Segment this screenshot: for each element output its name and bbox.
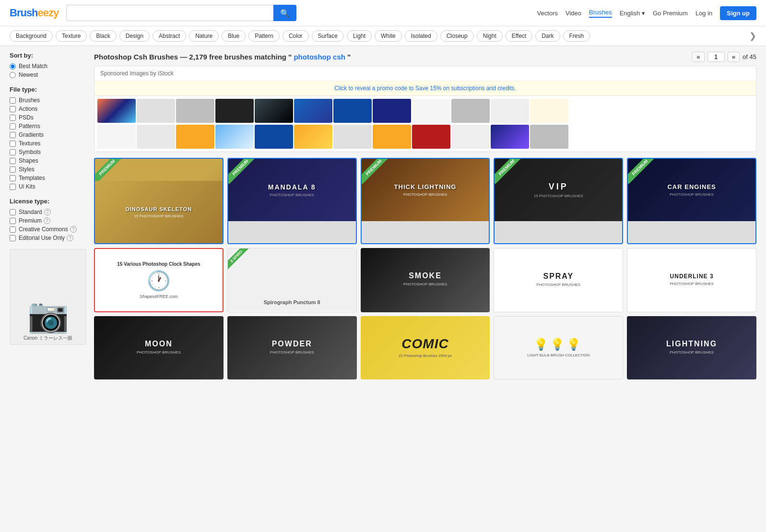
- sort-newest[interactable]: Newest: [10, 71, 86, 78]
- result-item-smoke[interactable]: SMOKE PHOTOSHOP BRUSHES: [361, 248, 490, 312]
- sponsored-image[interactable]: [255, 99, 293, 123]
- nav-login[interactable]: Log in: [695, 10, 712, 17]
- nav-language[interactable]: English ▾: [620, 10, 645, 17]
- category-next-button[interactable]: ❯: [749, 31, 756, 41]
- lt-cc[interactable]: Creative Commons ?: [10, 226, 86, 233]
- category-tag-dark[interactable]: Dark: [535, 30, 560, 42]
- standard-info-icon[interactable]: ?: [44, 209, 51, 215]
- ft-shapes[interactable]: Shapes: [10, 157, 86, 164]
- sort-label: Sort by:: [10, 52, 86, 59]
- sponsored-image[interactable]: [294, 125, 332, 149]
- sponsored-image[interactable]: [97, 125, 136, 149]
- result-item-lightning2[interactable]: LIGHTNING PHOTOSHOP BRUSHES: [627, 316, 756, 379]
- result-item-comic[interactable]: COMIC 15 Photoshop Brushes 2500 px: [361, 316, 490, 379]
- category-tag-light[interactable]: Light: [347, 30, 372, 42]
- nav-signup[interactable]: Sign up: [720, 6, 756, 20]
- sponsored-image[interactable]: [333, 99, 372, 123]
- category-tag-nature[interactable]: Nature: [189, 30, 219, 42]
- sponsored-image[interactable]: [333, 125, 372, 149]
- sponsored-image[interactable]: [412, 125, 450, 149]
- premium-info-icon[interactable]: ?: [44, 217, 50, 224]
- sponsored-image[interactable]: [373, 99, 411, 123]
- sponsored-image[interactable]: [491, 125, 529, 149]
- sponsored-image[interactable]: [451, 125, 490, 149]
- sponsored-image[interactable]: [176, 99, 214, 123]
- ft-actions[interactable]: Actions: [10, 106, 86, 112]
- logo[interactable]: Brusheezy: [10, 7, 59, 19]
- ft-psds[interactable]: PSDs: [10, 114, 86, 121]
- lt-premium[interactable]: Premium ?: [10, 217, 86, 224]
- sort-newest-radio[interactable]: [10, 72, 16, 78]
- ft-gradients[interactable]: Gradients: [10, 131, 86, 138]
- category-tag-texture[interactable]: Texture: [56, 30, 87, 42]
- page-number-input[interactable]: [707, 52, 725, 62]
- sponsored-row-1: [97, 99, 568, 123]
- category-tag-black[interactable]: Black: [90, 30, 116, 42]
- category-tag-abstract[interactable]: Abstract: [153, 30, 186, 42]
- sponsored-image[interactable]: [137, 125, 175, 149]
- ft-styles[interactable]: Styles: [10, 166, 86, 173]
- result-item-clock[interactable]: 15 Various Photoshop Clock Shapes 🕐 Shap…: [94, 248, 224, 312]
- ft-patterns[interactable]: Patterns: [10, 123, 86, 130]
- nav-brushes[interactable]: Brushes: [589, 9, 612, 18]
- sort-best-match-radio[interactable]: [10, 63, 16, 70]
- category-tag-fresh[interactable]: Fresh: [563, 30, 590, 42]
- search-input[interactable]: photoshop csh: [66, 5, 273, 21]
- nav-go-premium[interactable]: Go Premium: [653, 10, 688, 17]
- sponsored-image[interactable]: [530, 125, 568, 149]
- sponsored-image[interactable]: [137, 99, 175, 123]
- ft-brushes[interactable]: Brushes: [10, 97, 86, 104]
- lt-editorial[interactable]: Editorial Use Only ?: [10, 235, 86, 241]
- category-tag-blue[interactable]: Blue: [222, 30, 246, 42]
- result-item-dino[interactable]: Premium DINOSAUR SKELETON 15 PHOTOSHOP B…: [94, 158, 224, 244]
- result-item-vip[interactable]: Premium VIP 15 PHOTOSHOP BRUSHES: [494, 158, 623, 244]
- cc-info-icon[interactable]: ?: [70, 226, 77, 233]
- sponsored-image[interactable]: [491, 99, 529, 123]
- category-tag-pattern[interactable]: Pattern: [248, 30, 280, 42]
- next-page-button[interactable]: »: [728, 52, 740, 62]
- result-item-moon[interactable]: MOON PHOTOSHOP BRUSHES: [94, 316, 224, 379]
- sponsored-promo[interactable]: Click to reveal a promo code to Save 15%…: [94, 81, 756, 96]
- result-item-powder[interactable]: POWDER PHOTOSHOP BRUSHES: [227, 316, 357, 379]
- result-item-lightning[interactable]: Premium THICK LIGHTNING PHOTOSHOP BRUSHE…: [361, 158, 490, 244]
- result-item-spiro[interactable]: 8 Spiro Spirograph Punctum II: [227, 248, 357, 312]
- result-item-car[interactable]: Premium CAR ENGINES PHOTOSHOP BRUSHES: [627, 158, 756, 244]
- sponsored-image[interactable]: [451, 99, 490, 123]
- sort-best-match[interactable]: Best Match: [10, 63, 86, 70]
- result-item-mandala[interactable]: Premium MANDALA 8 PHOTOSHOP BRUSHES: [227, 158, 357, 244]
- category-tag-background[interactable]: Background: [10, 30, 53, 42]
- ft-symbols[interactable]: Symbols: [10, 149, 86, 155]
- result-item-lightbulb[interactable]: 💡💡💡 LIGHT BULB BRUSH COLLECTION: [494, 316, 623, 379]
- result-item-spray[interactable]: SPRAY PHOTOSHOP BRUSHES: [494, 248, 623, 312]
- sponsored-image[interactable]: [176, 125, 214, 149]
- nav-vectors[interactable]: Vectors: [537, 10, 558, 17]
- category-tag-isolated[interactable]: Isolated: [405, 30, 437, 42]
- sponsored-image[interactable]: [412, 99, 450, 123]
- ft-textures[interactable]: Textures: [10, 140, 86, 147]
- editorial-info-icon[interactable]: ?: [67, 235, 73, 241]
- category-tag-design[interactable]: Design: [119, 30, 150, 42]
- category-tag-closeup[interactable]: Closeup: [440, 30, 474, 42]
- category-tag-color[interactable]: Color: [283, 30, 309, 42]
- content-area: Photoshop Csh Brushes — 2,179 free brush…: [94, 52, 756, 379]
- category-tag-white[interactable]: White: [375, 30, 402, 42]
- result-count: 2,179: [189, 53, 207, 61]
- sponsored-image[interactable]: [97, 99, 136, 123]
- category-tag-night[interactable]: Night: [477, 30, 503, 42]
- ft-uikits[interactable]: Ui Kits: [10, 183, 86, 190]
- ft-templates[interactable]: Templates: [10, 175, 86, 181]
- search-button[interactable]: 🔍: [273, 5, 296, 21]
- result-item-underline[interactable]: UNDERLINE 3 PHOTOSHOP BRUSHES: [627, 248, 756, 312]
- sponsored-image[interactable]: [215, 99, 254, 123]
- prev-page-button[interactable]: «: [692, 52, 704, 62]
- nav-video[interactable]: Video: [566, 10, 581, 17]
- category-tag-effect[interactable]: Effect: [506, 30, 532, 42]
- header: Brusheezy photoshop csh 🔍 Vectors Video …: [0, 0, 766, 26]
- sponsored-image[interactable]: [255, 125, 293, 149]
- category-tag-surface[interactable]: Surface: [312, 30, 344, 42]
- sponsored-image[interactable]: [373, 125, 411, 149]
- lt-standard[interactable]: Standard ?: [10, 209, 86, 215]
- sponsored-image[interactable]: [215, 125, 254, 149]
- sponsored-image[interactable]: [530, 99, 568, 123]
- sponsored-image[interactable]: [294, 99, 332, 123]
